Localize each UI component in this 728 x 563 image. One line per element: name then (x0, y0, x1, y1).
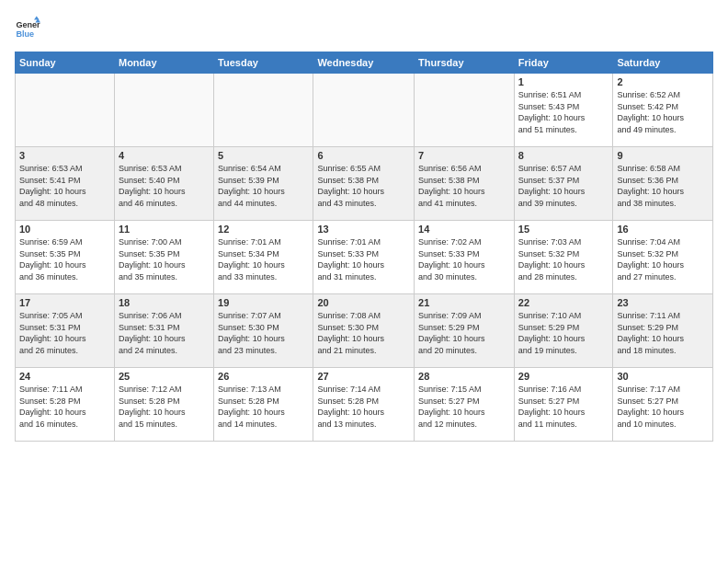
logo-icon: General Blue (15, 15, 40, 40)
calendar-cell: 18Sunrise: 7:06 AMSunset: 5:31 PMDayligh… (114, 294, 213, 368)
day-number: 28 (418, 371, 510, 382)
day-info: Sunrise: 6:53 AMSunset: 5:41 PMDaylight:… (19, 163, 110, 209)
calendar-cell: 24Sunrise: 7:11 AMSunset: 5:28 PMDayligh… (16, 368, 115, 442)
day-info: Sunrise: 6:51 AMSunset: 5:43 PMDaylight:… (518, 89, 609, 135)
day-info: Sunrise: 7:14 AMSunset: 5:28 PMDaylight:… (317, 384, 410, 430)
calendar-cell: 14Sunrise: 7:02 AMSunset: 5:33 PMDayligh… (415, 221, 515, 294)
calendar-cell: 23Sunrise: 7:11 AMSunset: 5:29 PMDayligh… (613, 294, 713, 368)
calendar-cell: 6Sunrise: 6:55 AMSunset: 5:38 PMDaylight… (313, 147, 415, 221)
calendar-cell: 29Sunrise: 7:16 AMSunset: 5:27 PMDayligh… (514, 368, 613, 442)
calendar-week-row: 24Sunrise: 7:11 AMSunset: 5:28 PMDayligh… (16, 368, 713, 442)
calendar-cell: 1Sunrise: 6:51 AMSunset: 5:43 PMDaylight… (514, 74, 613, 147)
calendar-cell: 9Sunrise: 6:58 AMSunset: 5:36 PMDaylight… (613, 147, 713, 221)
calendar-cell (313, 74, 415, 147)
day-number: 12 (218, 224, 309, 235)
day-info: Sunrise: 7:12 AMSunset: 5:28 PMDaylight:… (119, 384, 210, 430)
day-number: 30 (617, 371, 709, 382)
day-number: 2 (617, 76, 709, 87)
header: General Blue (15, 15, 713, 40)
calendar-cell: 20Sunrise: 7:08 AMSunset: 5:30 PMDayligh… (313, 294, 415, 368)
day-number: 16 (617, 224, 709, 235)
day-number: 26 (218, 371, 309, 382)
day-info: Sunrise: 6:57 AMSunset: 5:37 PMDaylight:… (518, 163, 609, 209)
day-info: Sunrise: 7:05 AMSunset: 5:31 PMDaylight:… (19, 310, 110, 356)
day-number: 7 (418, 150, 510, 161)
page: General Blue SundayMondayTuesdayWednesda… (0, 0, 728, 563)
day-info: Sunrise: 7:08 AMSunset: 5:30 PMDaylight:… (317, 310, 410, 356)
logo: General Blue (15, 15, 42, 40)
calendar-cell: 16Sunrise: 7:04 AMSunset: 5:32 PMDayligh… (613, 221, 713, 294)
day-number: 1 (518, 76, 609, 87)
calendar-week-row: 17Sunrise: 7:05 AMSunset: 5:31 PMDayligh… (16, 294, 713, 368)
day-of-week-header: Monday (114, 52, 213, 74)
day-number: 14 (418, 224, 510, 235)
day-info: Sunrise: 7:15 AMSunset: 5:27 PMDaylight:… (418, 384, 510, 430)
svg-marker-2 (34, 16, 40, 19)
day-number: 29 (518, 371, 609, 382)
calendar-cell: 21Sunrise: 7:09 AMSunset: 5:29 PMDayligh… (415, 294, 515, 368)
day-of-week-header: Thursday (415, 52, 515, 74)
day-info: Sunrise: 7:07 AMSunset: 5:30 PMDaylight:… (218, 310, 309, 356)
calendar-week-row: 1Sunrise: 6:51 AMSunset: 5:43 PMDaylight… (16, 74, 713, 147)
calendar-cell: 28Sunrise: 7:15 AMSunset: 5:27 PMDayligh… (415, 368, 515, 442)
day-number: 22 (518, 297, 609, 308)
calendar-cell: 30Sunrise: 7:17 AMSunset: 5:27 PMDayligh… (613, 368, 713, 442)
day-info: Sunrise: 6:53 AMSunset: 5:40 PMDaylight:… (119, 163, 210, 209)
calendar-cell: 22Sunrise: 7:10 AMSunset: 5:29 PMDayligh… (514, 294, 613, 368)
day-info: Sunrise: 7:03 AMSunset: 5:32 PMDaylight:… (518, 236, 609, 282)
day-number: 19 (218, 297, 309, 308)
calendar-cell: 12Sunrise: 7:01 AMSunset: 5:34 PMDayligh… (214, 221, 313, 294)
calendar-cell: 15Sunrise: 7:03 AMSunset: 5:32 PMDayligh… (514, 221, 613, 294)
day-info: Sunrise: 7:16 AMSunset: 5:27 PMDaylight:… (518, 384, 609, 430)
calendar-cell: 3Sunrise: 6:53 AMSunset: 5:41 PMDaylight… (16, 147, 115, 221)
day-of-week-header: Sunday (16, 52, 115, 74)
day-number: 17 (19, 297, 110, 308)
day-number: 9 (617, 150, 709, 161)
calendar-cell: 11Sunrise: 7:00 AMSunset: 5:35 PMDayligh… (114, 221, 213, 294)
day-number: 10 (19, 224, 110, 235)
day-info: Sunrise: 7:04 AMSunset: 5:32 PMDaylight:… (617, 236, 709, 282)
day-number: 23 (617, 297, 709, 308)
day-of-week-header: Tuesday (214, 52, 313, 74)
day-number: 6 (317, 150, 410, 161)
day-info: Sunrise: 7:10 AMSunset: 5:29 PMDaylight:… (518, 310, 609, 356)
day-info: Sunrise: 7:01 AMSunset: 5:33 PMDaylight:… (317, 236, 410, 282)
day-info: Sunrise: 6:54 AMSunset: 5:39 PMDaylight:… (218, 163, 309, 209)
calendar-cell: 10Sunrise: 6:59 AMSunset: 5:35 PMDayligh… (16, 221, 115, 294)
calendar-cell: 4Sunrise: 6:53 AMSunset: 5:40 PMDaylight… (114, 147, 213, 221)
day-of-week-header: Saturday (613, 52, 713, 74)
day-info: Sunrise: 6:52 AMSunset: 5:42 PMDaylight:… (617, 89, 709, 135)
day-number: 21 (418, 297, 510, 308)
calendar-cell (114, 74, 213, 147)
calendar-cell (214, 74, 313, 147)
calendar-cell: 17Sunrise: 7:05 AMSunset: 5:31 PMDayligh… (16, 294, 115, 368)
day-of-week-header: Wednesday (313, 52, 415, 74)
calendar-cell: 26Sunrise: 7:13 AMSunset: 5:28 PMDayligh… (214, 368, 313, 442)
day-number: 25 (119, 371, 210, 382)
day-number: 24 (19, 371, 110, 382)
calendar-cell: 7Sunrise: 6:56 AMSunset: 5:38 PMDaylight… (415, 147, 515, 221)
day-number: 5 (218, 150, 309, 161)
calendar-cell: 2Sunrise: 6:52 AMSunset: 5:42 PMDaylight… (613, 74, 713, 147)
svg-text:Blue: Blue (16, 29, 34, 39)
day-info: Sunrise: 7:00 AMSunset: 5:35 PMDaylight:… (119, 236, 210, 282)
calendar-cell: 8Sunrise: 6:57 AMSunset: 5:37 PMDaylight… (514, 147, 613, 221)
day-number: 18 (119, 297, 210, 308)
calendar-cell: 13Sunrise: 7:01 AMSunset: 5:33 PMDayligh… (313, 221, 415, 294)
day-info: Sunrise: 7:11 AMSunset: 5:28 PMDaylight:… (19, 384, 110, 430)
day-number: 4 (119, 150, 210, 161)
calendar-cell: 19Sunrise: 7:07 AMSunset: 5:30 PMDayligh… (214, 294, 313, 368)
day-info: Sunrise: 7:06 AMSunset: 5:31 PMDaylight:… (119, 310, 210, 356)
calendar-cell: 5Sunrise: 6:54 AMSunset: 5:39 PMDaylight… (214, 147, 313, 221)
day-of-week-header: Friday (514, 52, 613, 74)
day-number: 15 (518, 224, 609, 235)
day-info: Sunrise: 6:55 AMSunset: 5:38 PMDaylight:… (317, 163, 410, 209)
day-info: Sunrise: 7:09 AMSunset: 5:29 PMDaylight:… (418, 310, 510, 356)
day-info: Sunrise: 7:01 AMSunset: 5:34 PMDaylight:… (218, 236, 309, 282)
calendar-week-row: 3Sunrise: 6:53 AMSunset: 5:41 PMDaylight… (16, 147, 713, 221)
calendar-table: SundayMondayTuesdayWednesdayThursdayFrid… (15, 52, 713, 442)
calendar-cell (415, 74, 515, 147)
day-number: 11 (119, 224, 210, 235)
day-info: Sunrise: 7:02 AMSunset: 5:33 PMDaylight:… (418, 236, 510, 282)
calendar-cell: 25Sunrise: 7:12 AMSunset: 5:28 PMDayligh… (114, 368, 213, 442)
